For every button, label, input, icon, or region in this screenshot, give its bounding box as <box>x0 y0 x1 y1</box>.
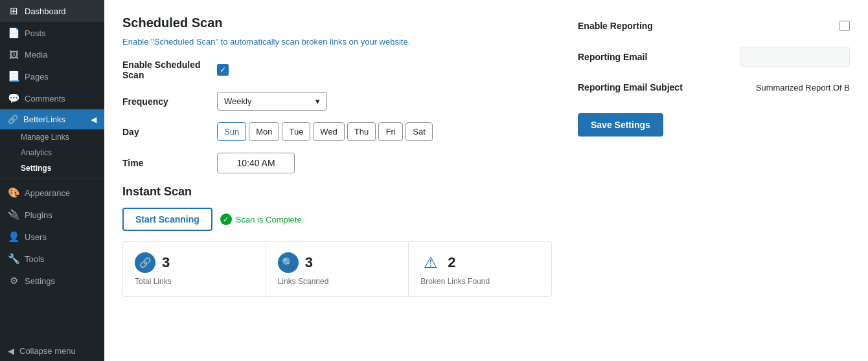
scan-action-row: Start Scanning ✓ Scan is Complete. <box>122 208 552 231</box>
sidebar-item-tools[interactable]: 🔧 Tools <box>0 248 104 270</box>
sidebar-item-label: Dashboard <box>25 6 66 16</box>
instant-scan-title: Instant Scan <box>122 185 552 199</box>
broken-links-count: 2 <box>448 254 455 271</box>
broken-links-label: Broken Links Found <box>420 277 540 286</box>
collapse-menu-button[interactable]: ◀ Collapse menu <box>0 341 104 361</box>
sidebar-item-analytics[interactable]: Analytics <box>0 145 104 160</box>
check-icon: ✓ <box>220 65 226 74</box>
frequency-row: Frequency Weekly ▾ <box>122 92 552 111</box>
tools-icon: 🔧 <box>8 253 19 265</box>
enable-reporting-row: Enable Reporting <box>578 21 850 31</box>
users-icon: 👤 <box>8 231 19 243</box>
save-settings-button[interactable]: Save Settings <box>578 113 663 137</box>
day-btn-fri[interactable]: Fri <box>378 122 403 141</box>
appearance-icon: 🎨 <box>8 187 19 199</box>
chevron-down-icon: ▾ <box>315 96 320 106</box>
day-btn-thu[interactable]: Thu <box>347 122 376 141</box>
day-row: Day Sun Mon Tue Wed Thu Fri Sat <box>122 122 552 141</box>
sidebar-item-betterlinks[interactable]: 🔗 BetterLinks ◀ <box>0 109 104 129</box>
scheduled-scan-info: Enable "Scheduled Scan" to automatically… <box>122 37 552 47</box>
plugins-icon: 🔌 <box>8 209 19 221</box>
enable-scan-checkbox[interactable]: ✓ <box>217 64 229 76</box>
day-btn-sun[interactable]: Sun <box>217 122 246 141</box>
stat-links-scanned: 🔍 3 Links Scanned <box>266 242 409 296</box>
sidebar-item-settings-main[interactable]: ⚙ Settings <box>0 270 104 292</box>
sidebar-item-label: Appearance <box>25 188 70 198</box>
sidebar-item-label: Media <box>25 50 47 60</box>
day-buttons-group: Sun Mon Tue Wed Thu Fri Sat <box>217 122 433 141</box>
total-links-count: 3 <box>162 254 170 271</box>
sidebar-item-manage-links[interactable]: Manage Links <box>0 129 104 145</box>
reporting-email-label: Reporting Email <box>578 52 647 62</box>
posts-icon: 📄 <box>8 27 19 39</box>
sidebar-item-label: Pages <box>25 72 49 82</box>
time-label: Time <box>122 158 207 168</box>
right-panel: Enable Reporting Reporting Email Reporti… <box>578 16 850 345</box>
sidebar-item-plugins[interactable]: 🔌 Plugins <box>0 204 104 226</box>
sidebar-item-posts[interactable]: 📄 Posts <box>0 22 104 44</box>
sidebar-item-label: Tools <box>25 254 44 264</box>
frequency-label: Frequency <box>122 96 207 107</box>
betterlinks-icon: 🔗 <box>8 115 18 124</box>
scan-status: ✓ Scan is Complete. <box>220 213 304 225</box>
day-btn-tue[interactable]: Tue <box>282 122 310 141</box>
time-input[interactable] <box>217 153 295 173</box>
main-content: Scheduled Scan Enable "Scheduled Scan" t… <box>104 0 868 361</box>
media-icon: 🖼 <box>8 49 19 60</box>
time-row: Time <box>122 153 552 173</box>
sidebar-item-comments[interactable]: 💬 Comments <box>0 87 104 109</box>
enable-scan-label: Enable Scheduled Scan <box>122 60 207 80</box>
left-panel: Scheduled Scan Enable "Scheduled Scan" t… <box>122 16 552 345</box>
sidebar: ⊞ Dashboard 📄 Posts 🖼 Media 📃 Pages 💬 Co… <box>0 0 104 361</box>
reporting-subject-value: Summarized Report Of B <box>756 83 850 93</box>
sidebar-item-label: Plugins <box>25 210 52 220</box>
day-btn-mon[interactable]: Mon <box>249 122 279 141</box>
links-icon: 🔗 <box>135 252 155 273</box>
sidebar-item-label: Comments <box>25 94 65 104</box>
stat-broken-links: ⚠ 2 Broken Links Found <box>409 242 551 296</box>
scan-icon: 🔍 <box>278 252 299 273</box>
settings-icon: ⚙ <box>8 275 19 287</box>
sidebar-item-dashboard[interactable]: ⊞ Dashboard <box>0 0 104 22</box>
sidebar-item-appearance[interactable]: 🎨 Appearance <box>0 182 104 204</box>
links-scanned-label: Links Scanned <box>278 277 397 286</box>
scan-status-text: Scan is Complete. <box>236 215 304 224</box>
frequency-value: Weekly <box>224 96 251 106</box>
sidebar-item-pages[interactable]: 📃 Pages <box>0 65 104 87</box>
links-scanned-count: 3 <box>305 254 313 271</box>
scan-complete-icon: ✓ <box>220 213 232 225</box>
betterlinks-label: BetterLinks <box>23 115 65 124</box>
sidebar-item-label: Posts <box>25 28 46 38</box>
reporting-subject-row: Reporting Email Subject Summarized Repor… <box>578 82 850 93</box>
sidebar-item-media[interactable]: 🖼 Media <box>0 44 104 65</box>
start-scanning-button[interactable]: Start Scanning <box>122 208 212 231</box>
enable-scan-row: Enable Scheduled Scan ✓ <box>122 60 552 80</box>
enable-reporting-checkbox[interactable] <box>839 21 850 31</box>
comments-icon: 💬 <box>8 93 19 104</box>
betterlinks-arrow-icon: ◀ <box>91 115 97 124</box>
frequency-dropdown[interactable]: Weekly ▾ <box>217 92 327 111</box>
sidebar-item-label: Settings <box>25 276 55 286</box>
stats-row: 🔗 3 Total Links 🔍 3 Links Scanned <box>122 241 552 297</box>
sidebar-item-label: Users <box>25 232 47 242</box>
stat-total-links: 🔗 3 Total Links <box>123 242 266 296</box>
day-label: Day <box>122 127 207 137</box>
scheduled-scan-title: Scheduled Scan <box>122 16 552 30</box>
reporting-email-input[interactable] <box>740 47 850 67</box>
reporting-subject-label: Reporting Email Subject <box>578 82 683 93</box>
betterlinks-submenu: Manage Links Analytics Settings <box>0 129 104 176</box>
pages-icon: 📃 <box>8 71 19 82</box>
sidebar-item-users[interactable]: 👤 Users <box>0 226 104 248</box>
total-links-label: Total Links <box>135 277 254 286</box>
day-btn-sat[interactable]: Sat <box>405 122 433 141</box>
enable-reporting-label: Enable Reporting <box>578 21 653 31</box>
day-btn-wed[interactable]: Wed <box>313 122 345 141</box>
reporting-email-row: Reporting Email <box>578 47 850 67</box>
sidebar-divider <box>0 179 104 179</box>
dashboard-icon: ⊞ <box>8 5 19 17</box>
warning-icon: ⚠ <box>420 252 441 273</box>
sidebar-item-settings[interactable]: Settings <box>0 160 104 176</box>
collapse-icon: ◀ <box>8 346 14 356</box>
